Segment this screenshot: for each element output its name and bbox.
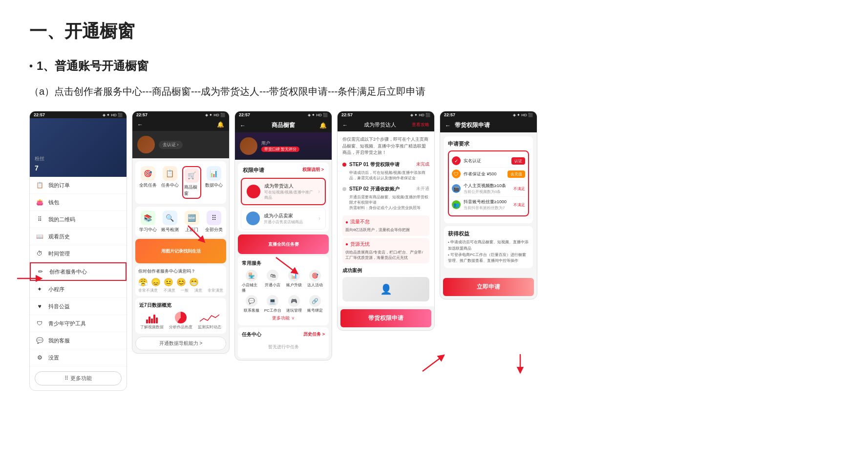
bar3	[151, 319, 153, 323]
icon-all-tasks[interactable]: 🎯 全民任务	[138, 166, 157, 199]
screen3-live-banner: 直播全民任务赛	[238, 234, 329, 254]
perm-explain[interactable]: 权限说明 >	[302, 167, 324, 174]
success-avatar-placeholder: 👤	[380, 283, 392, 295]
followers-label: 粉丝	[35, 155, 122, 162]
verify-btn[interactable]: 去认证 ›	[159, 141, 183, 149]
open-data-btn[interactable]: 开通数据导航能力 >	[135, 337, 226, 350]
screen3-header: ← 商品橱窗 🔔	[235, 118, 332, 132]
service-kol-activities[interactable]: 🎯 达人活动	[306, 270, 325, 293]
menu-item-creator[interactable]: ✏ 创作者服务中心	[30, 262, 127, 281]
no-task-text: 暂无进行中任务	[242, 340, 325, 354]
more-functions-btn[interactable]: ⠿ 更多功能	[35, 371, 122, 385]
perm-kol-avatar	[247, 185, 260, 198]
menu-label-guardian: 青少年守护工具	[48, 320, 86, 327]
service-icon: 💬	[36, 337, 43, 344]
task-title: 任务中心	[242, 331, 261, 338]
task-history-btn[interactable]: 历史任务 >	[303, 331, 325, 338]
menu-item-guardian[interactable]: 🛡 青少年守护工具	[30, 315, 127, 332]
screen5-title: 带货权限申请	[455, 121, 490, 129]
account-check-label: 账号检测	[161, 227, 179, 233]
menu-item-wallet[interactable]: 👛 钱包	[30, 194, 127, 211]
menu-item-miniapp[interactable]: ✦ 小程序	[30, 281, 127, 298]
service-account-upgrade[interactable]: 📊 账户升级	[284, 270, 304, 293]
menu-item-charity[interactable]: ♥ 抖音公益	[30, 298, 127, 315]
menu-item-qr[interactable]: ⠿ 我的二维码	[30, 211, 127, 228]
back-arrow[interactable]: ←	[137, 121, 143, 128]
emoji-neutral[interactable]: 😐	[164, 277, 173, 287]
screen2-nav-bell[interactable]: 🔔	[217, 121, 224, 128]
screen5-content: 申请要求 ✓ 实名认证 认证 🛡 作者保证金 ¥500 去充值	[440, 132, 537, 275]
traffic-title-text: 流量不怠	[350, 218, 370, 225]
menu-item-orders[interactable]: 📋 我的订单	[30, 177, 127, 194]
followers-req-label: 抖音账号粉丝量≥1000	[464, 199, 510, 205]
product-window-label: 商品橱窗	[184, 184, 199, 197]
icon-task-center[interactable]: 📋 任务中心	[160, 166, 179, 199]
more-services-btn[interactable]: 更多功能 ∨	[242, 315, 325, 321]
icon-learn[interactable]: 📚 学习中心	[138, 211, 157, 233]
benefits-title: 获得权益	[448, 230, 529, 237]
task-center-label: 任务中心	[161, 182, 179, 189]
user-name: 用户	[261, 140, 299, 147]
kol-activities-label: 达人活动	[307, 282, 323, 288]
charity-icon: ♥	[36, 302, 43, 310]
qr-icon: ⠿	[36, 215, 43, 223]
history-icon: 📖	[36, 233, 43, 240]
icon-data-center[interactable]: 📊 数据中心	[204, 166, 223, 199]
settings-icon: ⚙	[36, 354, 43, 362]
bind-label: 账号绑定	[307, 308, 323, 313]
icon-all-categories[interactable]: ⠿ 全部分类	[204, 211, 223, 233]
deposit-btn[interactable]: 去充值	[508, 170, 525, 178]
survey-options: 😤 😞 😐 😊 😁	[138, 277, 223, 287]
screen2: 22:57 ◈ ✦ HD ⬛ ← 🔔 去认证 › 🎯 全民任务 📋	[132, 111, 230, 354]
menu-item-settings[interactable]: ⚙ 没置	[30, 349, 127, 366]
icon-product-window[interactable]: 🛒 商品橱窗	[182, 166, 201, 199]
icon-new-product[interactable]: 🆕 上新门	[182, 211, 201, 233]
service-customer[interactable]: 💬 联系客服	[242, 295, 261, 313]
menu-item-time[interactable]: ⏱ 时间管理	[30, 245, 127, 262]
screen5-apply-btn[interactable]: 立即申请	[443, 278, 534, 296]
screen2-survey: 你对创作者服务中心满意吗？ 😤 😞 😐 😊 😁 非常不满意 不满意 一般 满意 …	[135, 265, 226, 296]
screen4-header: ← 成为带货达人 查看攻略	[338, 118, 434, 131]
screen3-back[interactable]: ←	[240, 122, 246, 129]
menu-item-history[interactable]: 📖 观看历史	[30, 228, 127, 245]
emoji-very-satisfied[interactable]: 😁	[189, 277, 199, 287]
screen4-apply-btn[interactable]: 带货权限申请	[340, 309, 431, 327]
menu-label-miniapp: 小程序	[48, 286, 64, 293]
kol-activities-icon: 🎯	[309, 270, 321, 281]
avatar	[137, 136, 155, 153]
screen5-back[interactable]: ←	[445, 122, 451, 129]
service-bind[interactable]: 🔗 账号绑定	[306, 295, 325, 313]
step1-title: STEP 01 带货权限申请	[349, 161, 400, 168]
menu-item-service[interactable]: 💬 我的客服	[30, 332, 127, 349]
service-shop-host[interactable]: 🏪 小店铺主播	[242, 270, 261, 293]
bullet-point: •	[29, 61, 33, 72]
new-product-icon: 🆕	[185, 211, 199, 225]
emoji-unsatisfied[interactable]: 😞	[151, 277, 161, 287]
perm-item-shop[interactable]: 成为小店卖家 开通小店售卖店铺商品 ›	[241, 207, 326, 230]
goods-box: ● 货源无忧 供给品质展商店/专卖店，栏口/栏台、产业带/工厂等优质货源，海量货…	[342, 238, 429, 263]
goods-dot: ●	[345, 241, 348, 247]
service-open-shop[interactable]: 🛍 开通小店	[263, 270, 283, 293]
survey-label-mid: 不满意	[164, 288, 175, 293]
emoji-very-unsatisfied[interactable]: 😤	[138, 277, 148, 287]
success-title: 成功案例	[342, 267, 429, 274]
shop-host-icon: 🏪	[246, 270, 257, 281]
service-manage[interactable]: 🎮 迷玩管理	[284, 295, 304, 313]
view-guide[interactable]: 查看攻略	[412, 122, 429, 128]
emoji-satisfied[interactable]: 😊	[176, 277, 186, 287]
chart-realtime-label: 监测实时动态	[198, 324, 221, 330]
service-pc[interactable]: 💻 PC工作台	[263, 295, 283, 313]
all-categories-icon: ⠿	[207, 211, 221, 225]
perm-shop-avatar	[246, 212, 260, 225]
customer-icon: 💬	[246, 295, 257, 307]
realname-btn[interactable]: 认证	[511, 157, 525, 165]
benefit1: • 申请成功后可在商品橱窗、短视频、直播中添加选联盟商品	[448, 239, 529, 252]
task-header: 任务中心 历史任务 >	[242, 331, 325, 338]
icon-account-check[interactable]: 🔍 账号检测	[160, 211, 179, 233]
screen3-bell[interactable]: 🔔	[319, 122, 327, 129]
perm-item-kol[interactable]: 成为带货达人 可在短视频/视频/直播中推广商品 ›	[241, 178, 326, 205]
screen2-header: ← 🔔	[132, 118, 229, 131]
videos-status: 不满足	[513, 186, 525, 191]
all-tasks-label: 全民任务	[139, 182, 157, 189]
screen4-back[interactable]: ←	[342, 122, 348, 128]
